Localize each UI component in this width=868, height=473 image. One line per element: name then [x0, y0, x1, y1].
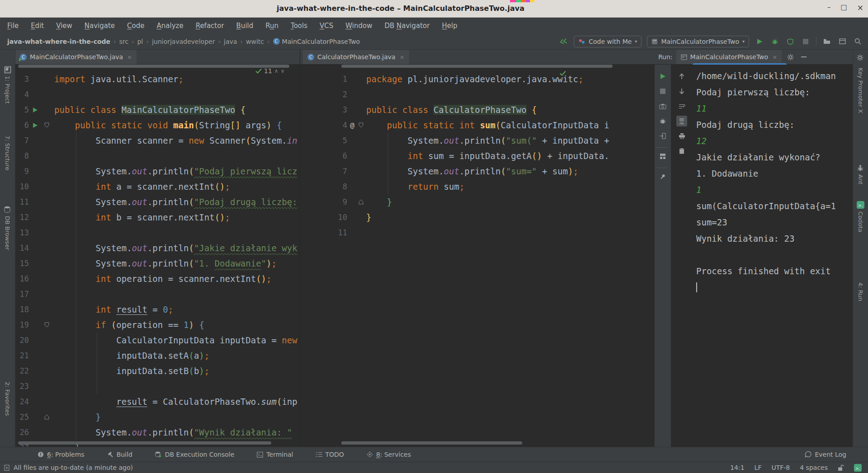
close-icon[interactable]: ×: [127, 54, 132, 61]
codota-icon[interactable]: >.: [856, 201, 864, 209]
fold-open-icon[interactable]: [42, 322, 52, 328]
code-line[interactable]: 8: [15, 148, 298, 164]
breadcrumb-item[interactable]: java-what-where-in-the-code: [7, 38, 110, 45]
code-line[interactable]: 18 int result = 0;: [15, 302, 298, 317]
breadcrumb-file[interactable]: CMainCalculatorPhaseTwo: [273, 38, 360, 45]
code-with-me-dropdown[interactable]: Code with Me ▾: [574, 36, 642, 47]
toolwindow-button-build[interactable]: Build: [107, 451, 132, 458]
menu-item-code[interactable]: Code: [127, 22, 144, 30]
menu-item-refactor[interactable]: Refactor: [196, 22, 224, 30]
maximize-button[interactable]: □: [841, 3, 847, 12]
code-line[interactable]: 12 int b = scanner.nextInt();: [15, 210, 298, 225]
code-line[interactable]: 15 System.out.println("1. Dodawanie");: [15, 256, 298, 271]
breadcrumb-item[interactable]: src: [119, 38, 128, 45]
stripe-button-db-browser[interactable]: DB Browser: [4, 216, 11, 250]
fold-open-icon[interactable]: [357, 122, 364, 128]
code-line[interactable]: 5 System.out.println("sum(" + inputData …: [302, 133, 655, 148]
printer-icon[interactable]: [676, 131, 687, 141]
minimize-button[interactable]: –: [827, 3, 831, 12]
project-icon[interactable]: [4, 65, 12, 73]
stop-icon[interactable]: [657, 86, 668, 97]
coverage-button[interactable]: [785, 37, 795, 47]
code-line[interactable]: 21 inputData.setA(a);: [15, 348, 298, 363]
codota-icon[interactable]: >.: [854, 464, 862, 472]
soft-wrap-icon[interactable]: [676, 101, 687, 112]
close-button[interactable]: ×: [857, 3, 863, 12]
stripe-button-4-run[interactable]: 4: Run: [857, 282, 864, 301]
debug-button[interactable]: [770, 37, 780, 47]
fold-open-icon[interactable]: [42, 122, 52, 128]
camera-icon[interactable]: [657, 101, 668, 112]
next-problem-icon[interactable]: ∨: [281, 68, 285, 74]
code-line[interactable]: 10 int a = scanner.nextInt();: [15, 179, 298, 194]
code-line[interactable]: 4@ public static int sum(CalculatorInput…: [302, 117, 655, 133]
code-line[interactable]: 24 result = CalculatorPhaseTwo.sum(inp: [15, 394, 298, 409]
breadcrumb-item[interactable]: pl: [137, 38, 143, 45]
menu-item-db-navigator[interactable]: DB Navigator: [384, 22, 429, 30]
left-editor-bottom-scrollbar[interactable]: [18, 441, 271, 445]
run-config-dropdown[interactable]: MainCalculatorPhaseTwo ▾: [647, 36, 749, 47]
breadcrumb-item[interactable]: java: [224, 38, 237, 45]
code-line[interactable]: 25 }: [15, 409, 298, 425]
vcs-status[interactable]: All files are up-to-date (a minute ago): [4, 462, 133, 473]
menu-item-analyze[interactable]: Analyze: [157, 22, 184, 30]
tab-calculator-phase-two[interactable]: C CalculatorPhaseTwo.java ×: [303, 50, 409, 64]
menu-item-edit[interactable]: Edit: [31, 22, 44, 30]
run-line-icon[interactable]: [29, 122, 42, 128]
code-line[interactable]: 14 System.out.println("Jakie działanie w…: [15, 240, 298, 256]
tab-main-calculator[interactable]: C MainCalculatorPhaseTwo.java ×: [15, 50, 137, 64]
status-segment-lf[interactable]: LF: [755, 464, 762, 471]
console-out-icon[interactable]: [657, 131, 668, 141]
code-line[interactable]: 20 CalculatorInputData inputData = new: [15, 333, 298, 348]
run-console[interactable]: /home/wild-duckling/.sdkmanPodaj pierwsz…: [693, 65, 853, 447]
menu-item-run[interactable]: Run: [265, 22, 278, 30]
project-folder-icon[interactable]: [822, 37, 832, 47]
pin-icon[interactable]: [657, 171, 668, 182]
code-line[interactable]: 5public class MainCalculatorPhaseTwo {: [15, 102, 298, 117]
toolwindow-button-todo[interactable]: TODO: [316, 451, 344, 458]
close-icon[interactable]: ×: [400, 54, 405, 61]
menu-item-view[interactable]: View: [56, 22, 72, 30]
status-segment-4-spaces[interactable]: 4 spaces: [800, 464, 828, 471]
rerun-icon[interactable]: [657, 71, 668, 82]
code-line[interactable]: 11 System.out.println("Podaj drugą liczb…: [15, 194, 298, 210]
code-line[interactable]: 9 }: [302, 194, 655, 210]
up-icon[interactable]: [676, 71, 687, 82]
down-icon[interactable]: [676, 86, 687, 97]
right-editor-bottom-scrollbar[interactable]: [341, 441, 522, 445]
toolwindow-button-terminal[interactable]: Terminal: [257, 451, 293, 458]
right-editor-top-scrollbar[interactable]: [341, 65, 613, 68]
run-line-icon[interactable]: [29, 107, 42, 113]
code-line[interactable]: 6 int sum = inputData.getA() + inputData…: [302, 148, 655, 164]
code-line[interactable]: 10}: [302, 210, 655, 225]
code-line[interactable]: 2: [302, 87, 655, 102]
stripe-button-codota[interactable]: Codota: [857, 211, 864, 232]
event-log-button[interactable]: Event Log: [805, 447, 846, 462]
lock-icon[interactable]: [838, 464, 844, 471]
code-line[interactable]: 16 int operation = scanner.nextInt();: [15, 271, 298, 286]
fold-close-icon[interactable]: [42, 414, 52, 420]
status-segment-utf-8[interactable]: UTF-8: [771, 464, 790, 471]
ant-icon[interactable]: [856, 164, 864, 172]
status-segment-14-1[interactable]: 14:1: [730, 464, 744, 471]
stripe-button-key-promoter-x[interactable]: Key Promoter X: [857, 68, 864, 113]
gear-icon[interactable]: [785, 52, 795, 62]
breadcrumb-item[interactable]: wwitc: [246, 38, 264, 45]
stripe-button-1-project[interactable]: 1: Project: [4, 76, 11, 103]
menu-item-help[interactable]: Help: [442, 22, 457, 30]
code-line[interactable]: 17: [15, 286, 298, 302]
code-line[interactable]: 23: [15, 379, 298, 394]
prev-problem-icon[interactable]: ∧: [274, 68, 278, 74]
run-tab[interactable]: MainCalculatorPhaseTwo ×: [676, 50, 782, 64]
db-icon[interactable]: [3, 205, 11, 213]
breadcrumb-item[interactable]: juniorjavadeveloper: [152, 38, 215, 45]
right-editor[interactable]: 1package pl.juniorjavadeveloper.java.wwi…: [302, 65, 655, 447]
code-line[interactable]: 26 System.out.println("Wynik działania: …: [15, 425, 298, 440]
menu-item-build[interactable]: Build: [236, 22, 254, 30]
inspections-widget[interactable]: 11 ∧ ∨: [255, 67, 284, 75]
menu-item-file[interactable]: File: [7, 22, 19, 30]
code-line[interactable]: 6 public static void main(String[] args)…: [15, 117, 298, 133]
code-line[interactable]: 22 inputData.setB(b);: [15, 363, 298, 379]
editor-split-divider[interactable]: [300, 50, 300, 447]
menu-item-window[interactable]: Window: [345, 22, 372, 30]
